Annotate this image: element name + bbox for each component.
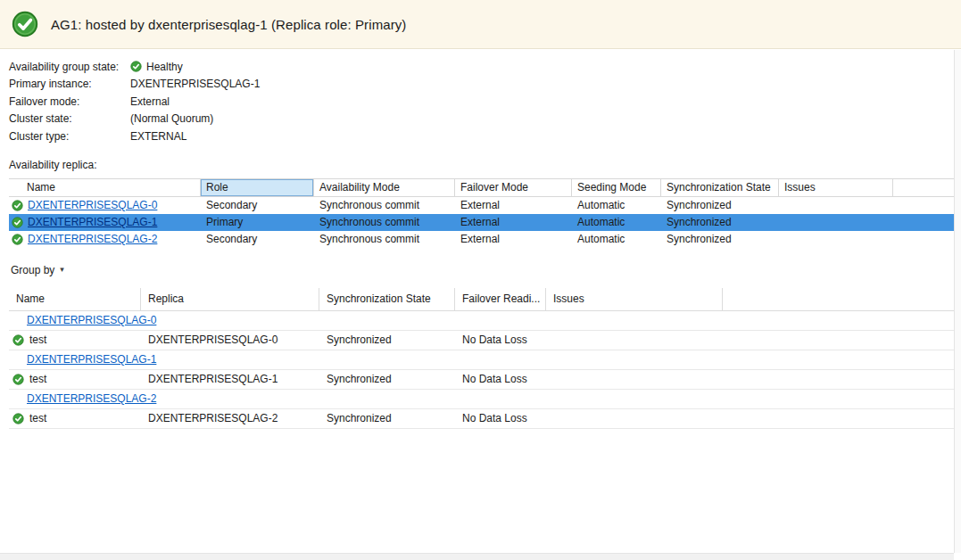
database-name-cell: test: [9, 331, 141, 350]
failover-readiness-cell: No Data Loss: [455, 409, 546, 428]
database-table-header: Name Replica Synchronization State Failo…: [9, 288, 961, 311]
summary-row-cluster-state: Cluster state: (Normal Quorum): [9, 111, 961, 128]
database-group-row-sqlag-2[interactable]: DXENTERPRISESQLAG-2: [9, 390, 961, 409]
synchronization-state-cell: Synchronized: [661, 214, 779, 231]
replica-row-sqlag-1-selected[interactable]: DXENTERPRISESQLAG-1 Primary Synchronous …: [9, 214, 961, 231]
summary-value-text: External: [130, 95, 170, 108]
replica-name-link[interactable]: DXENTERPRISESQLAG-1: [28, 216, 157, 228]
summary-row-cluster-type: Cluster type: EXTERNAL: [9, 128, 961, 145]
replica-name-cell: DXENTERPRISESQLAG-1: [9, 214, 201, 231]
healthy-check-icon: [12, 413, 24, 424]
availability-replica-label: Availability replica:: [9, 159, 961, 171]
chevron-down-icon: ▾: [60, 266, 64, 274]
healthy-check-icon: [12, 217, 23, 228]
replica-cell: DXENTERPRISESQLAG-1: [141, 370, 319, 389]
issues-cell: [779, 231, 893, 248]
summary-label: Failover mode:: [9, 95, 130, 108]
summary-row-primary-instance: Primary instance: DXENTERPRISESQLAG-1: [9, 76, 961, 94]
availability-mode-cell: Synchronous commit: [314, 214, 455, 231]
summary-value-text: Healthy: [146, 61, 183, 73]
issues-cell: [779, 214, 893, 231]
dashboard-header: AG1: hosted by dxenterprisesqlag-1 (Repl…: [0, 0, 961, 49]
summary-label: Cluster type:: [9, 130, 130, 143]
database-name-cell: test: [9, 370, 141, 389]
summary-value-text: (Normal Quorum): [130, 112, 213, 125]
healthy-check-icon: [130, 61, 142, 72]
summary-section: Availability group state: Healthy Primar…: [9, 58, 961, 145]
healthy-check-icon: [12, 200, 23, 211]
column-header-replica[interactable]: Replica: [141, 288, 319, 310]
database-name: test: [29, 373, 46, 385]
synchronization-state-cell: Synchronized: [319, 409, 455, 428]
column-header-failover-readiness[interactable]: Failover Readi...: [455, 288, 546, 310]
filler-cell: [893, 214, 961, 231]
summary-value-text: DXENTERPRISESQLAG-1: [130, 78, 260, 90]
column-header-failover-mode[interactable]: Failover Mode: [455, 179, 572, 196]
replica-cell: DXENTERPRISESQLAG-0: [141, 331, 319, 350]
horizontal-scrollbar[interactable]: [0, 553, 954, 560]
healthy-check-icon: [12, 334, 24, 346]
database-name: test: [29, 412, 46, 424]
column-header-name[interactable]: Name: [9, 179, 201, 196]
dashboard-content: Availability group state: Healthy Primar…: [0, 49, 961, 429]
summary-row-failover-mode: Failover mode: External: [9, 93, 961, 111]
failover-mode-cell: External: [455, 231, 572, 248]
availability-mode-cell: Synchronous commit: [314, 197, 455, 214]
replica-row-sqlag-2[interactable]: DXENTERPRISESQLAG-2 Secondary Synchronou…: [9, 231, 961, 248]
summary-label: Cluster state:: [9, 112, 130, 125]
failover-mode-cell: External: [455, 214, 572, 231]
issues-cell: [546, 409, 723, 428]
replica-row-sqlag-0[interactable]: DXENTERPRISESQLAG-0 Secondary Synchronou…: [9, 197, 961, 214]
summary-row-group-state: Availability group state: Healthy: [9, 58, 961, 76]
healthy-check-icon: [12, 374, 24, 385]
filler-cell: [893, 197, 961, 214]
summary-value: Healthy: [130, 61, 183, 73]
replica-name-cell: DXENTERPRISESQLAG-0: [9, 197, 201, 214]
replica-name-link[interactable]: DXENTERPRISESQLAG-0: [28, 199, 157, 211]
synchronization-state-cell: Synchronized: [661, 197, 779, 214]
column-header-issues[interactable]: Issues: [779, 179, 893, 196]
synchronization-state-cell: Synchronized: [661, 231, 779, 248]
group-name-link[interactable]: DXENTERPRISESQLAG-0: [27, 314, 156, 326]
vertical-scrollbar[interactable]: [954, 50, 961, 553]
group-by-label: Group by: [11, 264, 54, 276]
role-cell: Secondary: [201, 231, 314, 248]
failover-readiness-cell: No Data Loss: [455, 331, 546, 350]
issues-cell: [779, 197, 893, 214]
issues-cell: [546, 370, 723, 389]
column-header-seeding-mode[interactable]: Seeding Mode: [572, 179, 661, 196]
database-row[interactable]: test DXENTERPRISESQLAG-2 Synchronized No…: [9, 409, 961, 429]
column-header-name[interactable]: Name: [9, 288, 141, 310]
column-header-availability-mode[interactable]: Availability Mode: [314, 179, 455, 196]
seeding-mode-cell: Automatic: [572, 214, 661, 231]
failover-mode-cell: External: [455, 197, 572, 214]
column-header-synchronization-state[interactable]: Synchronization State: [661, 179, 779, 196]
summary-label: Availability group state:: [9, 61, 130, 73]
role-cell: Secondary: [201, 197, 314, 214]
healthy-check-icon: [12, 234, 23, 245]
replica-name-cell: DXENTERPRISESQLAG-2: [9, 231, 201, 248]
replica-cell: DXENTERPRISESQLAG-2: [141, 409, 319, 428]
availability-mode-cell: Synchronous commit: [314, 231, 455, 248]
synchronization-state-cell: Synchronized: [319, 331, 455, 350]
database-group-row-sqlag-0[interactable]: DXENTERPRISESQLAG-0: [9, 311, 961, 331]
column-header-role[interactable]: Role: [201, 179, 314, 196]
database-group-row-sqlag-1[interactable]: DXENTERPRISESQLAG-1: [9, 350, 961, 370]
database-row[interactable]: test DXENTERPRISESQLAG-0 Synchronized No…: [9, 331, 961, 350]
filler-cell: [893, 231, 961, 248]
database-name: test: [29, 334, 46, 346]
database-row[interactable]: test DXENTERPRISESQLAG-1 Synchronized No…: [9, 370, 961, 390]
seeding-mode-cell: Automatic: [572, 197, 661, 214]
column-header-synchronization-state[interactable]: Synchronization State: [319, 288, 455, 310]
group-by-dropdown[interactable]: Group by ▾: [9, 261, 70, 279]
replica-name-link[interactable]: DXENTERPRISESQLAG-2: [28, 233, 157, 245]
page-title: AG1: hosted by dxenterprisesqlag-1 (Repl…: [51, 17, 406, 32]
issues-cell: [546, 331, 723, 350]
group-name-link[interactable]: DXENTERPRISESQLAG-2: [27, 392, 156, 405]
group-name-link[interactable]: DXENTERPRISESQLAG-1: [27, 353, 156, 366]
column-header-filler: [893, 179, 961, 196]
replica-table: Name Role Availability Mode Failover Mod…: [9, 178, 961, 248]
failover-readiness-cell: No Data Loss: [455, 370, 546, 389]
column-header-issues[interactable]: Issues: [546, 288, 723, 310]
seeding-mode-cell: Automatic: [572, 231, 661, 248]
